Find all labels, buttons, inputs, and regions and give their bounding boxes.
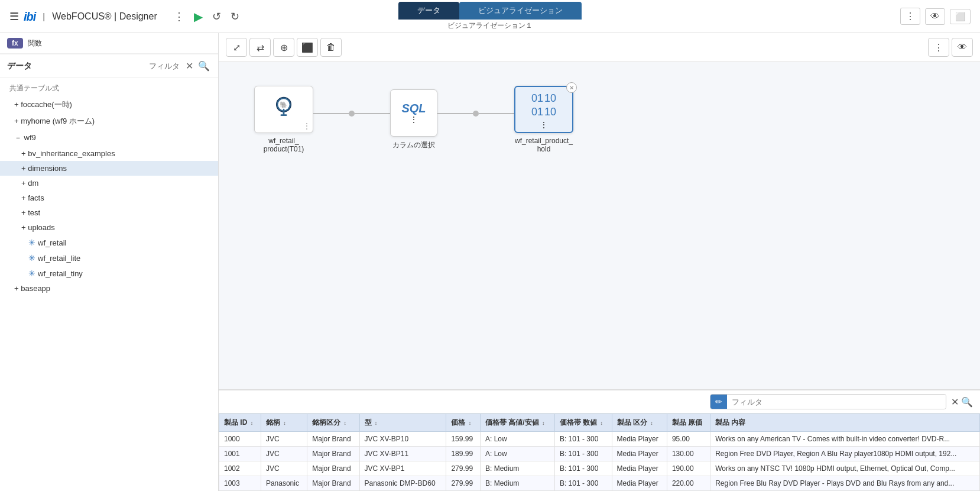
- table-cell-price_band_count: B: 101 - 300: [554, 461, 612, 476]
- sidebar-item-bv-inheritance[interactable]: + bv_inheritance_examples: [0, 146, 218, 161]
- flow-node-output: ✕ 01 10 01 10 ⋮ wf_retail_product_hold: [514, 86, 573, 153]
- canvas-btn-swap[interactable]: ⇄: [249, 38, 271, 57]
- sidebar-item-wf9[interactable]: － wf9: [0, 130, 218, 146]
- sidebar-item-dimensions[interactable]: + dimensions: [0, 161, 218, 176]
- flow-canvas: 🐘 ⋮ wf_retail_product(T01): [254, 86, 573, 153]
- svg-rect-3: [283, 109, 285, 115]
- more-options-button[interactable]: ⋮: [171, 8, 187, 25]
- table-cell-brand_category: Major Brand: [307, 461, 359, 476]
- col-product-cost[interactable]: 製品 原価: [667, 414, 710, 432]
- canvas-btn-delete[interactable]: 🗑: [320, 38, 342, 57]
- col-brand-category[interactable]: 銘柄区分 ↕: [307, 414, 359, 432]
- connector-dot-2: [473, 111, 479, 117]
- output-node-menu[interactable]: ⋮: [540, 121, 547, 129]
- col-price-band-count[interactable]: 価格帯 数値 ↕: [554, 414, 612, 432]
- connector-line-1: [313, 113, 349, 114]
- redo-button[interactable]: ↻: [228, 8, 242, 25]
- table-cell-product_cost: 95.00: [667, 432, 710, 447]
- play-button[interactable]: ▶: [192, 7, 205, 26]
- tab-data[interactable]: データ: [398, 2, 459, 20]
- sidebar-item-uploads[interactable]: + uploads: [0, 220, 218, 235]
- table-row: 1000JVCMajor BrandJVC XV-BP10159.99A: Lo…: [219, 432, 980, 447]
- table-cell-price_band_highlow: A: Low: [480, 432, 554, 447]
- flow-node-box-source[interactable]: 🐘 ⋮: [254, 86, 313, 133]
- sidebar-item-wf-retail-tiny[interactable]: ✳ wf_retail_tiny: [0, 266, 218, 281]
- output-grid-cell-1: 01: [531, 92, 543, 105]
- sidebar-header-icons: ✕ 🔍: [184, 59, 211, 73]
- grid-toolbar: ✏ ✕ 🔍: [219, 390, 980, 414]
- flow-node-box-sql[interactable]: SQL ⋮: [390, 89, 437, 137]
- sidebar-item-wf-retail-lite[interactable]: ✳ wf_retail_lite: [0, 250, 218, 266]
- sidebar-item-facts[interactable]: + facts: [0, 190, 218, 205]
- connector-line-2: [355, 113, 390, 114]
- grid-search-button[interactable]: 🔍: [961, 396, 973, 408]
- sidebar-content: 共通テーブル式 + foccache(一時) + myhome (wf9 ホーム…: [0, 78, 218, 491]
- output-node-close[interactable]: ✕: [566, 82, 577, 93]
- canvas-btn-add[interactable]: ⊕: [273, 38, 294, 57]
- eye-button[interactable]: 👁: [925, 8, 945, 25]
- hamburger-icon[interactable]: ☰: [9, 10, 19, 23]
- sidebar-item-dm[interactable]: + dm: [0, 176, 218, 190]
- sidebar-item-test[interactable]: + test: [0, 205, 218, 220]
- flow-node-box-output[interactable]: ✕ 01 10 01 10 ⋮: [514, 86, 573, 133]
- sidebar-search-button[interactable]: 🔍: [197, 59, 211, 73]
- table-cell-product_cost: 220.00: [667, 476, 710, 491]
- col-product-desc[interactable]: 製品 内容: [710, 414, 980, 432]
- sidebar-item-kyotsu[interactable]: 共通テーブル式: [0, 80, 218, 96]
- sidebar-item-foccache[interactable]: + foccache(一時): [0, 96, 218, 113]
- col-product-category[interactable]: 製品 区分 ↕: [612, 414, 667, 432]
- table-cell-brand_category: Major Brand: [307, 447, 359, 461]
- undo-button[interactable]: ↺: [210, 8, 223, 25]
- sidebar-item-myhome[interactable]: + myhome (wf9 ホーム): [0, 113, 218, 130]
- tab-visualization[interactable]: ビジュアライゼーション: [459, 2, 582, 20]
- filter-input[interactable]: [727, 395, 946, 409]
- table-cell-brand: JVC: [261, 447, 307, 461]
- table-cell-type: Panasonic DMP-BD60: [359, 476, 446, 491]
- output-grid-cell-4: 10: [544, 106, 556, 118]
- grid-icon-buttons: ✕ 🔍: [951, 396, 973, 408]
- canvas-more-button[interactable]: ⋮: [928, 38, 949, 57]
- canvas-eye-button[interactable]: 👁: [952, 38, 973, 57]
- col-type[interactable]: 型 ↕: [359, 414, 446, 432]
- table-cell-price_band_count: B: 101 - 300: [554, 476, 612, 491]
- sidebar-item-baseapp[interactable]: + baseapp: [0, 281, 218, 296]
- sidebar-close-filter-button[interactable]: ✕: [184, 59, 194, 73]
- source-node-menu[interactable]: ⋮: [303, 122, 310, 130]
- table-cell-brand: JVC: [261, 432, 307, 447]
- sidebar-item-label-bv: + bv_inheritance_examples: [21, 149, 115, 158]
- top-bar-actions: ⋮ ▶ ↺ ↻: [171, 7, 242, 26]
- table-cell-product_id: 1000: [219, 432, 261, 447]
- connector-line-4: [479, 113, 514, 114]
- top-more-button[interactable]: ⋮: [900, 8, 920, 25]
- grid-close-button[interactable]: ✕: [951, 396, 959, 408]
- table-cell-product_desc: Works on any NTSC TV! 1080p HDMI output,…: [710, 461, 980, 476]
- table-cell-brand_category: Major Brand: [307, 432, 359, 447]
- postgres-icon: 🐘: [271, 96, 297, 122]
- col-price-band-hl[interactable]: 価格帯 高値/安値 ↕: [480, 414, 554, 432]
- col-price[interactable]: 価格 ↕: [446, 414, 481, 432]
- filter-edit-button[interactable]: ✏: [710, 395, 727, 409]
- fx-badge: fx: [7, 38, 23, 49]
- col-brand[interactable]: 銘柄 ↕: [261, 414, 307, 432]
- logo-divider: |: [43, 11, 45, 21]
- viz-title: ビジュアライゼーション１: [447, 21, 533, 31]
- flow-node-label-output: wf_retail_product_hold: [515, 137, 573, 153]
- sql-node-menu[interactable]: ⋮: [410, 115, 417, 124]
- col-product-id[interactable]: 製品 ID ↕: [219, 414, 261, 432]
- table-cell-product_id: 1003: [219, 476, 261, 491]
- star-icon-wf-retail: ✳: [28, 238, 35, 247]
- sidebar-item-wf-retail[interactable]: ✳ wf_retail: [0, 235, 218, 250]
- connector-dot-1: [349, 111, 355, 117]
- split-button[interactable]: ⬜: [950, 9, 971, 24]
- sidebar-item-label-dimensions: + dimensions: [21, 164, 67, 173]
- sidebar-item-label-foccache: + foccache(一時): [14, 99, 72, 110]
- canvas-btn-arrange[interactable]: ⤢: [226, 38, 247, 57]
- sidebar-item-label-wf-retail-lite: wf_retail_lite: [38, 254, 80, 263]
- canvas-toolbar-right: ⋮ 👁: [928, 38, 973, 57]
- top-bar-left: ☰ ibi | WebFOCUS® | Designer ⋮ ▶ ↺ ↻: [0, 7, 251, 26]
- top-bar-right: ⋮ 👁 ⬜: [900, 8, 980, 25]
- canvas-btn-grid[interactable]: ⬛: [297, 38, 318, 57]
- data-table-wrap: 製品 ID ↕ 銘柄 ↕ 銘柄区分 ↕ 型 ↕ 価格 ↕ 価格帯 高値/安値 ↕…: [219, 414, 980, 491]
- canvas: 🐘 ⋮ wf_retail_product(T01): [219, 62, 980, 389]
- table-row: 1003PanasonicMajor BrandPanasonic DMP-BD…: [219, 476, 980, 491]
